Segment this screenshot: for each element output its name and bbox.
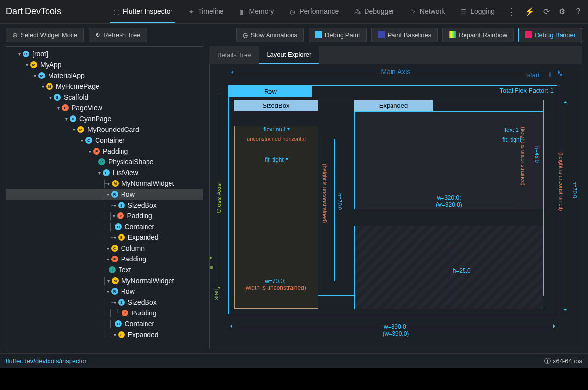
- tree-row-padding[interactable]: │ ▾PPadding: [6, 254, 203, 264]
- flex-dropdown[interactable]: flex: null▾: [235, 126, 318, 133]
- fit-dropdown[interactable]: fit: tight▾: [235, 156, 318, 163]
- outer-h70-label: h=70.0: [572, 182, 578, 198]
- paint-baselines-button[interactable]: Paint Baselines: [371, 28, 438, 42]
- refresh-icon: ↻: [95, 31, 100, 39]
- tree-row-myhomepage[interactable]: ▾MMyHomePage: [6, 81, 203, 92]
- tree-row-physicalshape[interactable]: PPhysicalShape: [6, 156, 203, 167]
- tab-flutter-inspector[interactable]: ▢Flutter Inspector: [110, 0, 175, 23]
- main-axis-alignment-dropdown[interactable]: start: [527, 71, 539, 78]
- tree-row-container[interactable]: │ │ CContainer: [6, 221, 203, 232]
- tree-row-expanded[interactable]: │ └ ▾EExpanded: [6, 232, 203, 243]
- tree-row-sizedbox[interactable]: │ ├ ▾SSizedBox: [6, 200, 203, 210]
- row-widget-header[interactable]: Row: [229, 86, 312, 97]
- expanded-widget[interactable]: Expanded flex: 1▾ fit: tight h=45.0 (hei…: [354, 100, 543, 295]
- fit-label-expanded: fit: tight: [355, 136, 521, 143]
- w390-label: w=390.0;: [383, 323, 409, 330]
- outer-height-unconstrained: (height is unconstrained): [558, 152, 564, 211]
- repaint-rainbow-button[interactable]: Repaint Rainbow: [442, 28, 514, 42]
- unconstrained-label: unconstrained horizontal: [235, 136, 318, 142]
- tree-row-sizedbox[interactable]: │ ├ ▾SSizedBox: [6, 297, 203, 308]
- tree-row-text[interactable]: │ TText: [6, 264, 203, 275]
- tree-row-container[interactable]: ▾CContainer: [6, 135, 203, 146]
- h70-label: h=70.0: [337, 193, 343, 210]
- tab-debugger[interactable]: ⁂Debugger: [351, 0, 397, 23]
- select-widget-button[interactable]: ⊕Select Widget Mode: [6, 28, 84, 42]
- tree-row-padding[interactable]: │ │ ▾PPadding: [6, 210, 203, 221]
- tree-row-mynormalwidget[interactable]: ├ ▾MMyNormalWidget: [6, 275, 203, 286]
- tab-timeline[interactable]: ✦Timeline: [185, 0, 226, 23]
- layout-canvas: Main Axis start ⦀ ▾ Cross Axis ▸ ≡ start…: [209, 64, 582, 349]
- banner-swatch: [525, 31, 532, 38]
- w320-label: w=320.0;: [436, 194, 462, 201]
- main-axis-align-icon[interactable]: ⦀: [548, 71, 551, 78]
- tree-row-padding[interactable]: ▾PPadding: [6, 146, 203, 156]
- tree-row-pageview[interactable]: ▾PPageView: [6, 103, 203, 113]
- logging-icon: ☰: [461, 8, 467, 15]
- performance-icon: ◷: [290, 8, 296, 15]
- width-unconstrained-label: (width is unconstrained): [244, 285, 306, 291]
- tree-row-expanded[interactable]: │ └ ▾EExpanded: [6, 329, 203, 340]
- phone-icon: ▢: [113, 8, 120, 15]
- w70-label: w=70.0;: [244, 278, 306, 285]
- bolt-icon[interactable]: ⚡: [525, 7, 535, 16]
- h25-label: h=25.0: [453, 267, 471, 274]
- debug-paint-button[interactable]: Debug Paint: [309, 28, 367, 42]
- footer-status: x64-64 ios: [553, 357, 582, 364]
- cross-play-icon[interactable]: ▸: [210, 254, 213, 260]
- tree-row-padding[interactable]: │ │ └ PPadding: [6, 308, 203, 318]
- main-axis-label: Main Axis: [378, 68, 414, 76]
- widget-tree[interactable]: ▾R[root]▾MMyApp▾MMaterialApp▾MMyHomePage…: [6, 46, 203, 350]
- cross-axis-alignment-dropdown[interactable]: start: [213, 288, 220, 300]
- h45-label: h=45.0: [534, 146, 540, 163]
- tree-row-row[interactable]: │ ▾RRow: [6, 189, 203, 200]
- total-flex-factor: Total Flex Factor: 1: [499, 87, 554, 94]
- tree-row-cyanpage[interactable]: ▾CCyanPage: [6, 113, 203, 124]
- subtab-details-tree[interactable]: Details Tree: [209, 46, 259, 64]
- debug-paint-swatch: [315, 31, 322, 38]
- tree-row-myroundedcard[interactable]: ▾MMyRoundedCard: [6, 124, 203, 135]
- paint-baselines-swatch: [378, 31, 385, 38]
- tab-performance[interactable]: ◷Performance: [287, 0, 342, 23]
- tree-row-column[interactable]: │ ▾CColumn: [6, 243, 203, 254]
- flex-dropdown-expanded[interactable]: flex: 1▾: [355, 127, 523, 133]
- debug-banner-button[interactable]: Debug Banner: [518, 28, 582, 42]
- memory-icon: ◧: [240, 8, 246, 15]
- rainbow-swatch: [449, 31, 456, 38]
- nav-tabs: ▢Flutter Inspector ✦Timeline ◧Memory ◷Pe…: [110, 0, 507, 23]
- tree-row-root[interactable]: ▾R[root]: [6, 49, 203, 59]
- tree-row-row[interactable]: │ ▾RRow: [6, 286, 203, 297]
- tree-row-scaffold[interactable]: ▾SScaffold: [6, 92, 203, 103]
- chevron-down-icon[interactable]: ▾: [560, 72, 562, 78]
- tab-logging[interactable]: ☰Logging: [458, 0, 498, 23]
- overflow-icon[interactable]: ⋮: [507, 6, 516, 17]
- tab-memory[interactable]: ◧Memory: [237, 0, 277, 23]
- info-icon: ⓘ: [544, 357, 551, 365]
- refresh-tree-button[interactable]: ↻Refresh Tree: [89, 28, 147, 42]
- wifi-icon: ᯤ: [410, 8, 417, 15]
- help-icon[interactable]: ？: [574, 6, 582, 17]
- height-unconstrained-label-2: (height is unconstrained): [520, 127, 526, 185]
- reload-icon[interactable]: ⟳: [543, 7, 550, 16]
- sizedbox-widget[interactable]: SizedBox flex: null▾ unconstrained horiz…: [234, 100, 349, 295]
- subtab-layout-explorer[interactable]: Layout Explorer: [259, 46, 319, 64]
- height-unconstrained-label: (height is unconstrained): [322, 164, 328, 223]
- target-icon: ⊕: [12, 31, 18, 39]
- clock-icon: ◷: [243, 31, 248, 39]
- slow-animations-button[interactable]: ◷Slow Animations: [236, 28, 304, 42]
- tree-row-myapp[interactable]: ▾MMyApp: [6, 59, 203, 70]
- app-title: Dart DevTools: [6, 6, 61, 17]
- cross-align-icon[interactable]: ≡: [210, 264, 213, 270]
- gear-icon[interactable]: ⚙: [559, 7, 565, 16]
- bug-icon: ⁂: [354, 8, 361, 15]
- tree-row-listview[interactable]: ▾LListView: [6, 167, 203, 178]
- tree-row-materialapp[interactable]: ▾MMaterialApp: [6, 70, 203, 81]
- cross-axis-label: Cross Axis: [215, 182, 222, 215]
- tab-network[interactable]: ᯤNetwork: [407, 0, 448, 23]
- timeline-icon: ✦: [188, 8, 195, 15]
- tree-row-mynormalwidget[interactable]: ├ ▾MMyNormalWidget: [6, 178, 203, 189]
- tree-row-container[interactable]: │ │ CContainer: [6, 318, 203, 329]
- footer-link[interactable]: flutter.dev/devtools/inspector: [6, 357, 87, 364]
